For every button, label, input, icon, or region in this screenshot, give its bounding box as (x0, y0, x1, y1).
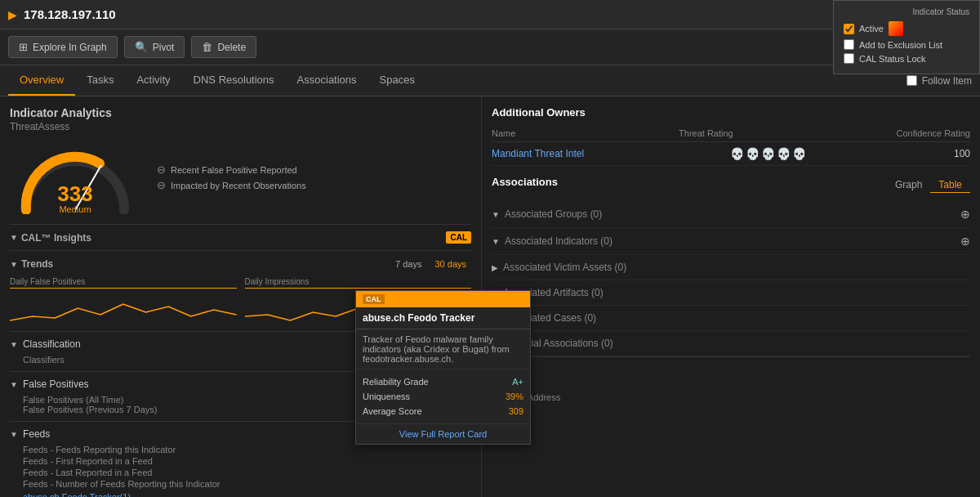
tab-spaces[interactable]: Spaces (368, 65, 426, 96)
associations-section: Associations Graph Table ▼ Associated Gr… (492, 176, 970, 356)
assoc-potential: ▶ Potential Associations (0) (492, 331, 970, 356)
details-col-address: Address (528, 392, 560, 402)
cal-insights-section: ▼ CAL™ Insights CAL (10, 224, 471, 244)
cal-popup-stats: Reliability Grade A+ Uniqueness 39% Aver… (356, 369, 530, 423)
feeds-item-1: Feeds - Feeds Reporting this Indicator (23, 445, 471, 454)
assoc-cases: ▶ Associated Cases (0) (492, 306, 970, 331)
owners-table-header: Name Threat Rating Confidence Rating (492, 125, 970, 142)
false-positives-label: Daily False Positives (10, 277, 237, 289)
cal-badge: CAL (446, 231, 471, 244)
indicator-status-panel: Indicator Status Active Add to Exclusion… (833, 0, 980, 74)
assoc-indicators: ▼ Associated Indicators (0) ⊕ (492, 228, 970, 255)
assoc-tab-graph[interactable]: Graph (887, 177, 930, 193)
status-cal-lock[interactable]: CAL Status Lock (844, 53, 969, 64)
delete-button[interactable]: 🗑 Delete (191, 36, 256, 58)
trends-toggle[interactable]: ▼ Trends (10, 258, 53, 270)
exclusion-checkbox[interactable] (844, 39, 854, 50)
feeds-title: Feeds (23, 428, 50, 440)
trends-header: ▼ Trends 7 days 30 days (10, 257, 471, 271)
indicator-analytics-title: Indicator Analytics (10, 106, 471, 119)
false-positives-area (10, 292, 237, 325)
status-exclusion[interactable]: Add to Exclusion List (844, 39, 969, 50)
details-header: Type Address (492, 392, 970, 405)
time-7days[interactable]: 7 days (390, 257, 426, 271)
mandiant-link[interactable]: Mandiant Threat Intel (492, 148, 584, 159)
view-report-button[interactable]: View Full Report Card (363, 429, 523, 439)
cal-popup-header: CAL (356, 291, 530, 307)
groups-label: Associated Groups (0) (505, 208, 602, 220)
stat-avg-score: Average Score 309 (363, 404, 523, 419)
trends-label: Trends (21, 258, 53, 270)
gauge-level: Medium (57, 204, 92, 214)
explore-icon: ⊞ (19, 41, 28, 53)
status-active[interactable]: Active (844, 21, 969, 36)
assoc-tab-table[interactable]: Table (930, 177, 970, 193)
feeds-item-2: Feeds - First Reported in a Feed (23, 456, 471, 466)
right-panel: Additional Owners Name Threat Rating Con… (482, 96, 980, 497)
owners-row-1: Mandiant Threat Intel 💀💀💀💀💀 100 (492, 142, 970, 166)
feeds-chevron: ▼ (10, 430, 18, 439)
follow-checkbox[interactable] (906, 75, 917, 86)
fp-chevron: ▼ (10, 380, 18, 389)
cal-popup-description: Tracker of Feodo malware family indicato… (356, 329, 530, 369)
details-title: Details (492, 364, 970, 386)
reliability-label: Reliability Grade (363, 377, 429, 387)
note-icon-2: ⊖ (157, 179, 166, 191)
classifiers-label: Classifiers (23, 355, 65, 365)
feeds-item-4: Feeds - Number of Feeds Reporting this I… (23, 479, 471, 489)
reliability-value: A+ (512, 377, 523, 387)
pivot-icon: 🔍 (135, 41, 148, 53)
assoc-artifacts: ▶ Associated Artifacts (0) (492, 280, 970, 306)
indicators-chevron: ▼ (492, 237, 500, 246)
gauge-notes: ⊖ Recent False Positive Reported ⊖ Impac… (157, 163, 306, 191)
mandiant-logo (889, 21, 903, 36)
tab-associations[interactable]: Associations (286, 65, 368, 96)
class-chevron: ▼ (10, 340, 18, 349)
victim-chevron: ▶ (492, 263, 498, 272)
indicators-add-icon[interactable]: ⊕ (960, 235, 970, 248)
note-icon-1: ⊖ (157, 163, 166, 176)
cal-insights-label: CAL™ Insights (21, 232, 91, 244)
groups-chevron: ▼ (492, 210, 500, 219)
tab-activity[interactable]: Activity (125, 65, 181, 96)
groups-add-icon[interactable]: ⊕ (960, 208, 970, 221)
stat-reliability: Reliability Grade A+ (363, 374, 523, 389)
page-title: 178.128.197.110 (24, 7, 972, 21)
feeds-item-3: Feeds - Last Reported in a Feed (23, 468, 471, 477)
tab-dns[interactable]: DNS Resolutions (182, 65, 286, 96)
note-text-2: Impacted by Recent Observations (171, 181, 306, 190)
cal-lock-label: CAL Status Lock (859, 54, 926, 64)
explore-label: Explore In Graph (33, 42, 107, 53)
details-section: Details Type Address (492, 356, 970, 405)
assoc-groups: ▼ Associated Groups (0) ⊕ (492, 201, 970, 228)
delete-icon: 🗑 (202, 41, 212, 53)
active-checkbox[interactable] (844, 24, 854, 34)
threat-assess-section: 333 Medium ⊖ Recent False Positive Repor… (10, 141, 471, 214)
time-30days[interactable]: 30 days (430, 257, 471, 271)
cal-lock-checkbox[interactable] (844, 53, 854, 64)
avg-score-label: Average Score (363, 406, 422, 416)
cal-insights-toggle[interactable]: ▼ CAL™ Insights (10, 232, 91, 244)
indicator-icon: ▶ (8, 8, 17, 21)
active-label: Active (859, 24, 884, 34)
gauge-number: 333 (57, 183, 92, 204)
tab-tasks[interactable]: Tasks (75, 65, 125, 96)
pivot-label: Pivot (153, 42, 175, 53)
gauge-note-1: ⊖ Recent False Positive Reported (157, 163, 306, 176)
feed-link[interactable]: abuse.ch Feodo Tracker(1) (23, 492, 131, 497)
pivot-button[interactable]: 🔍 Pivot (124, 36, 185, 58)
cal-popup-footer: View Full Report Card (356, 423, 530, 444)
additional-owners-section: Additional Owners Name Threat Rating Con… (492, 106, 970, 166)
note-text-1: Recent False Positive Reported (171, 165, 297, 175)
tab-overview[interactable]: Overview (8, 65, 75, 96)
delete-label: Delete (217, 42, 246, 53)
assoc-title: Associations (492, 176, 558, 188)
cal-chevron: ▼ (10, 233, 18, 242)
explore-graph-button[interactable]: ⊞ Explore In Graph (8, 36, 118, 58)
cal-popup-badge: CAL (363, 294, 385, 304)
cal-popup-title: abuse.ch Feodo Tracker (356, 307, 530, 329)
assoc-victim-assets: ▶ Associated Victim Assets (0) (492, 255, 970, 280)
cal-insights-header: ▼ CAL™ Insights CAL (10, 231, 471, 244)
threat-icons: 💀💀💀💀💀 (730, 147, 808, 160)
uniqueness-label: Uniqueness (363, 392, 410, 401)
